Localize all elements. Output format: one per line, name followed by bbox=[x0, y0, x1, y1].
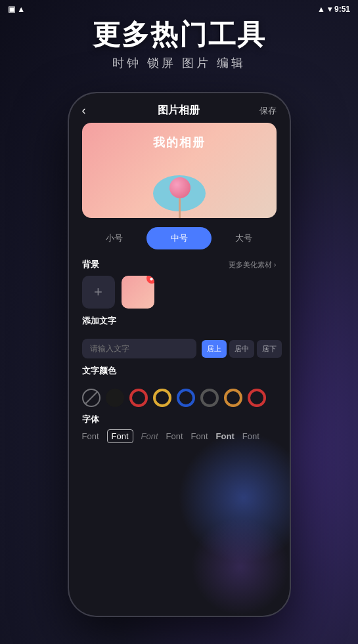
signal-icon: ▲ bbox=[317, 5, 325, 14]
size-medium[interactable]: 中号 bbox=[146, 227, 212, 249]
text-color-section: 文字颜色 bbox=[69, 365, 290, 382]
text-color-header: 文字颜色 bbox=[82, 365, 277, 377]
phone-frame: ‹ 图片相册 保存 我的相册 小号 中号 大号 bbox=[68, 92, 291, 617]
color-black[interactable] bbox=[106, 389, 124, 407]
save-button[interactable]: 保存 bbox=[259, 105, 277, 117]
text-input-row: 居上 居中 居下 bbox=[69, 339, 290, 358]
color-blue[interactable] bbox=[177, 389, 195, 407]
main-title: 更多热门工具 bbox=[0, 20, 358, 50]
background-label: 背景 bbox=[82, 259, 99, 270]
align-top-btn[interactable]: 居上 bbox=[202, 340, 227, 358]
status-right: ▲ ▾ 9:51 bbox=[317, 5, 350, 14]
add-text-section: 添加文字 bbox=[69, 315, 290, 332]
text-input[interactable] bbox=[82, 339, 196, 358]
add-text-label: 添加文字 bbox=[82, 315, 116, 327]
font-item-7[interactable]: Font bbox=[242, 431, 259, 441]
font-row: Font Font Font Font Font Font Font bbox=[82, 429, 277, 443]
lollipop-stick bbox=[179, 198, 181, 218]
size-selector: 小号 中号 大号 bbox=[82, 227, 277, 249]
inner-header: ‹ 图片相册 保存 bbox=[69, 93, 290, 123]
background-items: + ● bbox=[82, 276, 277, 309]
time-display: 9:51 bbox=[334, 5, 350, 14]
align-buttons: 居上 居中 居下 bbox=[202, 340, 282, 358]
bg-add-button[interactable]: + bbox=[82, 276, 115, 309]
lollipop-decoration bbox=[150, 159, 209, 218]
page-title-section: 更多热门工具 时钟 锁屏 图片 编辑 bbox=[0, 20, 358, 71]
font-item-3[interactable]: Font bbox=[141, 431, 158, 441]
font-item-6[interactable]: Font bbox=[216, 431, 235, 441]
font-item-1[interactable]: Font bbox=[82, 431, 99, 441]
background-section: 背景 更多美化素材 › + ● bbox=[69, 259, 290, 309]
color-none[interactable] bbox=[82, 389, 101, 407]
size-small[interactable]: 小号 bbox=[82, 227, 147, 249]
font-section: 字体 Font Font Font Font Font Font Font bbox=[69, 414, 290, 443]
align-bottom-btn[interactable]: 居下 bbox=[257, 340, 282, 358]
bg-delete-button[interactable]: ● bbox=[146, 276, 154, 284]
album-title: 我的相册 bbox=[82, 135, 277, 150]
font-item-5[interactable]: Font bbox=[191, 431, 208, 441]
bg-thumbnail[interactable]: ● bbox=[122, 276, 154, 309]
preview-image: 我的相册 bbox=[82, 123, 277, 218]
lollipop-ball bbox=[169, 177, 190, 198]
background-header: 背景 更多美化素材 › bbox=[82, 259, 277, 270]
color-red[interactable] bbox=[129, 389, 148, 407]
inner-phone: ‹ 图片相册 保存 我的相册 小号 中号 大号 bbox=[69, 93, 290, 616]
add-text-header: 添加文字 bbox=[82, 315, 277, 327]
text-color-label: 文字颜色 bbox=[82, 365, 116, 377]
status-left: ▣ ▲ bbox=[8, 5, 25, 14]
status-bar: ▣ ▲ ▲ ▾ 9:51 bbox=[0, 0, 358, 18]
more-materials-link[interactable]: 更多美化素材 › bbox=[229, 260, 277, 270]
screen-title: 图片相册 bbox=[158, 104, 200, 118]
back-button[interactable]: ‹ bbox=[82, 104, 98, 118]
size-large[interactable]: 大号 bbox=[212, 227, 277, 249]
color-orange[interactable] bbox=[224, 389, 242, 407]
color-gold[interactable] bbox=[153, 389, 171, 407]
font-label: 字体 bbox=[82, 414, 277, 425]
phone-content: ‹ 图片相册 保存 我的相册 小号 中号 大号 bbox=[69, 93, 290, 616]
status-icons-left: ▣ ▲ bbox=[8, 5, 25, 14]
color-red2[interactable] bbox=[248, 389, 266, 407]
sub-title: 时钟 锁屏 图片 编辑 bbox=[0, 55, 358, 71]
font-item-2[interactable]: Font bbox=[107, 429, 133, 443]
wifi-icon: ▾ bbox=[328, 5, 332, 14]
font-item-4[interactable]: Font bbox=[166, 431, 183, 441]
align-middle-btn[interactable]: 居中 bbox=[229, 340, 254, 358]
color-row bbox=[69, 389, 290, 407]
phone-wrapper: ‹ 图片相册 保存 我的相册 小号 中号 大号 bbox=[68, 92, 291, 617]
color-dark[interactable] bbox=[200, 389, 219, 407]
